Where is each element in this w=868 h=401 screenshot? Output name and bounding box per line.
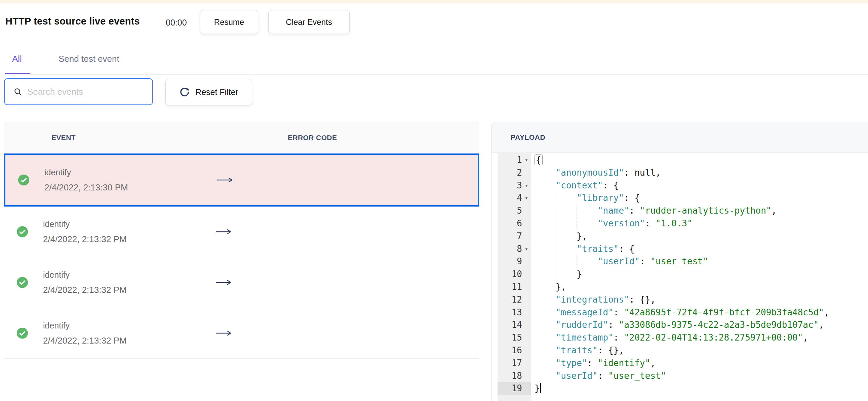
line-number-cell: 5 (498, 204, 531, 217)
code-lines: 1▾{2 "anonymousId": null,3▾ "context": {… (492, 154, 868, 395)
line-number: 16 (512, 344, 522, 357)
code-line: 17 "type": "identify", (492, 357, 868, 370)
line-number-cell: 9 (498, 255, 531, 268)
success-check-icon (17, 277, 28, 288)
line-number-cell: 3▾ (498, 179, 531, 192)
fold-toggle-icon[interactable]: ▾ (522, 179, 531, 192)
event-cell: identify2/4/2022, 2:13:32 PM (43, 219, 127, 244)
tabs-divider (5, 74, 868, 74)
line-number: 14 (512, 319, 522, 332)
events-table: EVENT ERROR CODE identify2/4/2022, 2:13:… (4, 122, 479, 359)
line-number: 4 (517, 192, 522, 204)
code-line: 1▾{ (492, 154, 868, 167)
event-cell: identify2/4/2022, 2:13:32 PM (43, 270, 127, 295)
tab-all[interactable]: All (12, 54, 22, 64)
code-line: 13 "messageId": "42a8695f-72f4-4f9f-bfcf… (492, 306, 868, 319)
code-line-text: { (531, 154, 542, 167)
payload-panel-header: PAYLOAD (492, 122, 868, 153)
code-line: 5 "name": "rudder-analytics-python", (492, 204, 868, 217)
code-line-text: "anonymousId": null, (531, 167, 661, 179)
line-number-cell: 4▾ (498, 192, 531, 204)
code-line-text: }, (531, 281, 566, 294)
event-timestamp: 2/4/2022, 2:13:30 PM (44, 182, 128, 193)
line-number-cell: 7 (498, 230, 531, 243)
reset-filter-button[interactable]: Reset Filter (165, 79, 252, 105)
line-number: 10 (512, 268, 522, 281)
code-line-text: "userId": "user_test" (531, 255, 708, 268)
event-type: identify (44, 168, 128, 177)
events-table-header: EVENT ERROR CODE (4, 122, 479, 154)
reset-filter-label: Reset Filter (195, 87, 238, 97)
event-type: identify (43, 270, 127, 280)
code-line-text: "name": "rudder-analytics-python", (531, 204, 777, 217)
event-type: identify (43, 219, 127, 229)
event-row[interactable]: identify2/4/2022, 2:13:32 PM (4, 257, 479, 308)
line-number: 15 (512, 332, 522, 344)
code-line: 3▾ "context": { (492, 179, 868, 192)
resume-button[interactable]: Resume (200, 10, 258, 34)
event-row[interactable]: identify2/4/2022, 2:13:32 PM (4, 308, 479, 359)
event-cell: identify2/4/2022, 2:13:30 PM (44, 168, 128, 193)
event-row[interactable]: identify2/4/2022, 2:13:30 PM (4, 154, 479, 206)
page-title: HTTP test source live events (5, 16, 140, 27)
line-number-cell: 19 (498, 382, 531, 395)
fold-toggle-icon[interactable]: ▾ (522, 192, 531, 204)
line-number-cell: 11 (498, 281, 531, 294)
code-line: 6 "version": "1.0.3" (492, 217, 868, 230)
fold-toggle-icon[interactable]: ▾ (522, 243, 531, 256)
line-number: 8 (517, 243, 522, 256)
line-number-cell: 15 (498, 332, 531, 344)
top-accent-bar (0, 0, 868, 3)
code-line: 7 }, (492, 230, 868, 243)
code-line: 4▾ "library": { (492, 192, 868, 204)
line-number: 2 (517, 167, 522, 179)
live-events-page: HTTP test source live events 00:00 Resum… (0, 0, 868, 401)
event-row[interactable]: identify2/4/2022, 2:13:32 PM (4, 206, 479, 257)
code-line-text: "messageId": "42a8695f-72f4-4f9f-bfcf-20… (531, 306, 829, 319)
code-line-text: } (531, 268, 582, 281)
line-number-cell: 12 (498, 294, 531, 306)
code-line-text: } (531, 382, 541, 395)
success-check-icon (18, 175, 29, 186)
search-input[interactable] (27, 86, 142, 97)
code-line-text: "type": "identify", (531, 357, 655, 370)
code-line-text: "library": { (531, 192, 640, 204)
text-cursor (540, 383, 541, 393)
event-timestamp: 2/4/2022, 2:13:32 PM (43, 335, 127, 346)
event-timestamp: 2/4/2022, 2:13:32 PM (43, 234, 127, 244)
line-number: 12 (512, 294, 522, 306)
column-header-event: EVENT (52, 122, 75, 154)
code-line-text: "traits": {}, (531, 344, 624, 357)
code-line: 11 }, (492, 281, 868, 294)
events-table-body: identify2/4/2022, 2:13:30 PMidentify2/4/… (4, 154, 479, 359)
code-line-text: "timestamp": "2022-02-04T14:13:28.275971… (531, 332, 808, 344)
payload-json-editor[interactable]: 1▾{2 "anonymousId": null,3▾ "context": {… (492, 153, 868, 401)
event-cell: identify2/4/2022, 2:13:32 PM (43, 321, 127, 346)
search-icon (14, 88, 22, 96)
code-line-text: "version": "1.0.3" (531, 217, 692, 230)
line-number: 7 (517, 230, 522, 243)
code-line: 12 "integrations": {}, (492, 294, 868, 306)
fold-toggle-icon[interactable]: ▾ (522, 154, 531, 167)
line-number-cell: 10 (498, 268, 531, 281)
event-type: identify (43, 321, 127, 331)
success-check-icon (17, 226, 28, 237)
line-number-cell: 6 (498, 217, 531, 230)
success-check-icon (17, 328, 28, 339)
line-number: 1 (517, 154, 522, 167)
code-line-text: "userId": "user_test" (531, 370, 666, 382)
line-number: 13 (512, 306, 522, 319)
code-line-text: "context": { (531, 179, 619, 192)
line-number-cell: 17 (498, 357, 531, 370)
code-line-text: }, (531, 230, 587, 243)
code-line: 2 "anonymousId": null, (492, 167, 868, 179)
refresh-icon (179, 87, 190, 98)
clear-events-button[interactable]: Clear Events (268, 10, 350, 34)
line-number-cell: 1▾ (498, 154, 531, 167)
code-line: 8▾ "traits": { (492, 243, 868, 256)
code-line-text: "traits": { (531, 243, 634, 256)
code-line: 18 "userId": "user_test" (492, 370, 868, 382)
search-events-box[interactable] (4, 78, 153, 105)
arrow-right-icon (215, 330, 232, 336)
tab-send-test-event[interactable]: Send test event (59, 54, 119, 64)
